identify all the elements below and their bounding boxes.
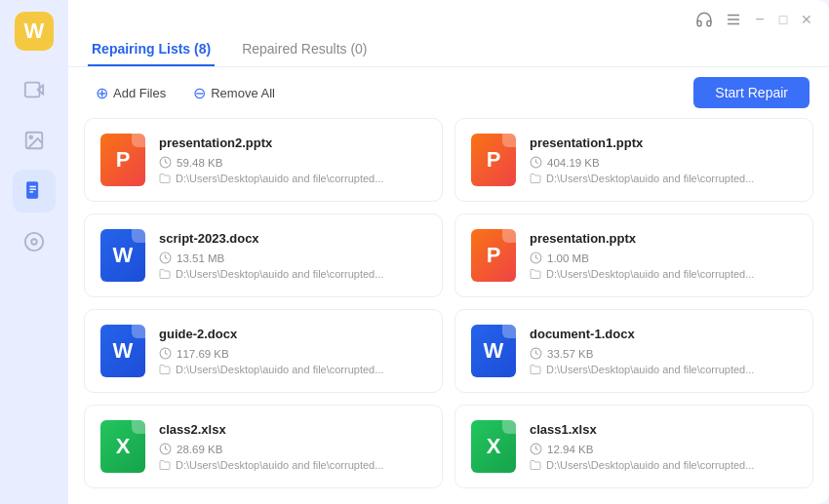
file-card: W document-1.docx 33.57 KB D:\Users\Desk…	[454, 309, 813, 393]
svg-rect-4	[27, 182, 38, 199]
file-card: X class1.xlsx 12.94 KB D:\Users\Desktop\…	[454, 405, 813, 488]
svg-point-8	[25, 233, 43, 251]
file-type-icon: X	[100, 420, 145, 473]
file-type-icon: P	[471, 229, 516, 282]
file-size: 33.57 KB	[530, 347, 797, 360]
file-size: 59.48 KB	[159, 156, 426, 169]
file-type-icon: P	[100, 134, 145, 186]
file-card: W script-2023.docx 13.51 MB D:\Users\Des…	[84, 213, 443, 297]
remove-all-button[interactable]: ⊖ Remove All	[185, 80, 283, 106]
sidebar-item-image[interactable]	[13, 119, 56, 162]
size-icon	[530, 252, 542, 264]
document-icon	[23, 180, 45, 202]
folder-icon	[530, 459, 541, 471]
add-icon: ⊕	[96, 84, 108, 102]
size-icon	[530, 443, 542, 455]
file-info: script-2023.docx 13.51 MB D:\Users\Deskt…	[159, 231, 426, 280]
file-card: X class2.xlsx 28.69 KB D:\Users\Desktop\…	[84, 405, 443, 488]
image-icon	[23, 130, 45, 151]
close-button[interactable]: ✕	[800, 13, 813, 26]
file-card: P presentation.pptx 1.00 MB D:\Users\Des…	[454, 213, 813, 297]
file-name: script-2023.docx	[159, 231, 426, 246]
folder-icon	[530, 364, 541, 375]
folder-icon	[530, 268, 541, 280]
file-info: presentation2.pptx 59.48 KB D:\Users\Des…	[159, 136, 426, 184]
file-path: D:\Users\Desktop\auido and file\corrupte…	[530, 459, 797, 471]
audio-icon	[23, 231, 45, 252]
file-path: D:\Users\Desktop\auido and file\corrupte…	[159, 173, 426, 184]
folder-icon	[159, 364, 171, 375]
file-info: presentation1.pptx 404.19 KB D:\Users\De…	[530, 136, 797, 184]
app-logo: W	[15, 12, 54, 51]
file-name: guide-2.docx	[159, 327, 426, 341]
file-info: guide-2.docx 117.69 KB D:\Users\Desktop\…	[159, 327, 426, 375]
file-size: 12.94 KB	[530, 443, 797, 455]
file-name: presentation.pptx	[530, 231, 797, 246]
tab-repaired[interactable]: Repaired Results (0)	[238, 33, 371, 66]
svg-point-9	[31, 239, 37, 245]
sidebar-item-document[interactable]	[13, 170, 56, 213]
headset-icon[interactable]	[694, 10, 714, 29]
file-grid: P presentation2.pptx 59.48 KB D:\Users\D…	[68, 118, 829, 504]
size-icon	[159, 252, 172, 264]
size-icon	[159, 443, 172, 455]
tab-bar: Repairing Lists (8) Repaired Results (0)	[68, 33, 829, 67]
remove-icon: ⊖	[193, 84, 206, 102]
add-files-button[interactable]: ⊕ Add Files	[88, 80, 174, 106]
file-info: class2.xlsx 28.69 KB D:\Users\Desktop\au…	[159, 422, 426, 471]
title-bar: − □ ✕	[68, 0, 829, 29]
file-type-icon: W	[100, 325, 145, 377]
main-content: − □ ✕ Repairing Lists (8) Repaired Resul…	[68, 0, 829, 504]
size-icon	[530, 156, 542, 169]
tab-repairing[interactable]: Repairing Lists (8)	[88, 33, 215, 66]
sidebar-item-video[interactable]	[13, 68, 56, 111]
size-icon	[159, 156, 172, 169]
file-size: 13.51 MB	[159, 252, 426, 264]
file-type-icon: W	[100, 229, 145, 282]
sidebar-item-audio[interactable]	[13, 220, 56, 263]
file-card: P presentation1.pptx 404.19 KB D:\Users\…	[454, 118, 813, 202]
file-path: D:\Users\Desktop\auido and file\corrupte…	[159, 268, 426, 280]
folder-icon	[530, 173, 541, 184]
file-info: class1.xlsx 12.94 KB D:\Users\Desktop\au…	[530, 422, 797, 471]
menu-icon[interactable]	[724, 10, 743, 29]
file-info: presentation.pptx 1.00 MB D:\Users\Deskt…	[530, 231, 797, 280]
file-size: 1.00 MB	[530, 252, 797, 264]
file-path: D:\Users\Desktop\auido and file\corrupte…	[530, 173, 797, 184]
start-repair-button[interactable]: Start Repair	[693, 77, 809, 108]
file-path: D:\Users\Desktop\auido and file\corrupte…	[159, 459, 426, 471]
file-name: class2.xlsx	[159, 422, 426, 437]
file-name: class1.xlsx	[530, 422, 797, 437]
file-name: document-1.docx	[530, 327, 797, 341]
logo-icon: W	[24, 19, 45, 44]
maximize-button[interactable]: □	[776, 13, 790, 26]
file-type-icon: P	[471, 134, 516, 186]
file-size: 404.19 KB	[530, 156, 797, 169]
folder-icon	[159, 459, 171, 471]
file-size: 117.69 KB	[159, 347, 426, 360]
folder-icon	[159, 173, 171, 184]
file-type-icon: W	[471, 325, 516, 377]
file-name: presentation2.pptx	[159, 136, 426, 150]
file-path: D:\Users\Desktop\auido and file\corrupte…	[159, 364, 426, 375]
svg-point-3	[29, 136, 32, 138]
file-type-icon: X	[471, 420, 516, 473]
file-card: P presentation2.pptx 59.48 KB D:\Users\D…	[84, 118, 443, 202]
size-icon	[159, 347, 172, 360]
file-path: D:\Users\Desktop\auido and file\corrupte…	[530, 364, 797, 375]
file-size: 28.69 KB	[159, 443, 426, 455]
video-icon	[23, 79, 45, 100]
folder-icon	[159, 268, 171, 280]
file-name: presentation1.pptx	[530, 136, 797, 150]
file-info: document-1.docx 33.57 KB D:\Users\Deskto…	[530, 327, 797, 375]
file-card: W guide-2.docx 117.69 KB D:\Users\Deskto…	[84, 309, 443, 393]
toolbar: ⊕ Add Files ⊖ Remove All Start Repair	[68, 67, 829, 118]
size-icon	[530, 347, 542, 360]
sidebar: W	[0, 0, 68, 504]
minimize-button[interactable]: −	[753, 13, 767, 26]
file-path: D:\Users\Desktop\auido and file\corrupte…	[530, 268, 797, 280]
